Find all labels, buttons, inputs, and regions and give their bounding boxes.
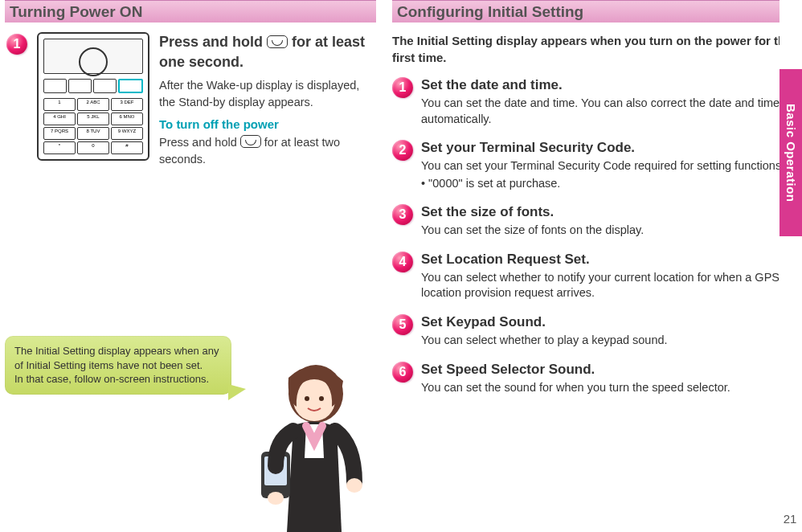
step-1-number: 1 bbox=[6, 34, 27, 55]
step-1-title: Press and hold for at least one second. bbox=[159, 32, 376, 72]
step-number: 4 bbox=[392, 252, 413, 272]
left-header-text: Turning Power ON bbox=[10, 3, 142, 21]
step-1-desc: After the Wake-up display is displayed, … bbox=[159, 77, 376, 111]
callout-bubble: The Initial Setting display appears when… bbox=[5, 336, 231, 395]
step-desc: You can set the size of fonts on the dis… bbox=[421, 223, 794, 239]
phone-illustration: 12 ABC3 DEF 4 GHI5 JKL6 MNO 7 PQRS8 TUV9… bbox=[37, 32, 149, 161]
step-number: 3 bbox=[392, 204, 413, 225]
right-intro: The Initial Setting display appears when… bbox=[392, 32, 794, 66]
turnoff-heading: To turn off the power bbox=[159, 117, 376, 131]
page-number: 21 bbox=[781, 512, 799, 526]
step-1: 1 Set the date and time. You can set the… bbox=[392, 77, 794, 127]
turnoff-desc: Press and hold for at least two seconds. bbox=[159, 134, 376, 168]
step-5: 5 Set Keypad Sound. You can select wheth… bbox=[392, 314, 794, 349]
step-title: Set Keypad Sound. bbox=[421, 314, 794, 330]
step-title: Set the date and time. bbox=[421, 77, 794, 93]
step-title: Set the size of fonts. bbox=[421, 204, 794, 220]
right-header-text: Configuring Initial Setting bbox=[397, 3, 583, 21]
step-desc: You can set the sound for when you turn … bbox=[421, 380, 794, 396]
svg-rect-5 bbox=[264, 456, 287, 485]
step-title: Set your Terminal Security Code. bbox=[421, 140, 794, 156]
step-desc: You can select whether to play a keypad … bbox=[421, 333, 794, 349]
step-3: 3 Set the size of fonts. You can set the… bbox=[392, 204, 794, 239]
step-4: 4 Set Location Request Set. You can sele… bbox=[392, 252, 794, 301]
step-number: 6 bbox=[392, 362, 413, 383]
assistant-character-illustration bbox=[237, 346, 382, 532]
svg-point-6 bbox=[268, 492, 284, 505]
left-header: Turning Power ON bbox=[5, 0, 376, 23]
section-tab: Basic Operation bbox=[779, 69, 802, 236]
step-number: 5 bbox=[392, 314, 413, 335]
step-bullet: • "0000" is set at purchase. bbox=[421, 176, 794, 192]
svg-rect-4 bbox=[261, 452, 290, 498]
step-desc: You can select whether to notify your cu… bbox=[421, 270, 794, 301]
end-call-icon bbox=[240, 135, 261, 148]
svg-point-0 bbox=[288, 365, 343, 423]
svg-point-7 bbox=[346, 478, 362, 493]
step-desc: You can set your Terminal Security Code … bbox=[421, 158, 794, 174]
callout-text: The Initial Setting display appears when… bbox=[14, 345, 219, 385]
power-key-highlight bbox=[118, 79, 143, 93]
step-desc: You can set the date and time. You can a… bbox=[421, 96, 794, 127]
svg-point-3 bbox=[319, 396, 324, 401]
step-title: Set Location Request Set. bbox=[421, 252, 794, 268]
step-number: 2 bbox=[392, 140, 413, 161]
step-title: Set Speed Selector Sound. bbox=[421, 362, 794, 378]
step-6: 6 Set Speed Selector Sound. You can set … bbox=[392, 362, 794, 396]
end-call-icon bbox=[267, 35, 288, 48]
svg-point-2 bbox=[305, 396, 309, 401]
step-number: 1 bbox=[392, 77, 413, 98]
step-2: 2 Set your Terminal Security Code. You c… bbox=[392, 140, 794, 191]
svg-point-1 bbox=[293, 379, 335, 421]
right-header: Configuring Initial Setting bbox=[392, 0, 794, 23]
